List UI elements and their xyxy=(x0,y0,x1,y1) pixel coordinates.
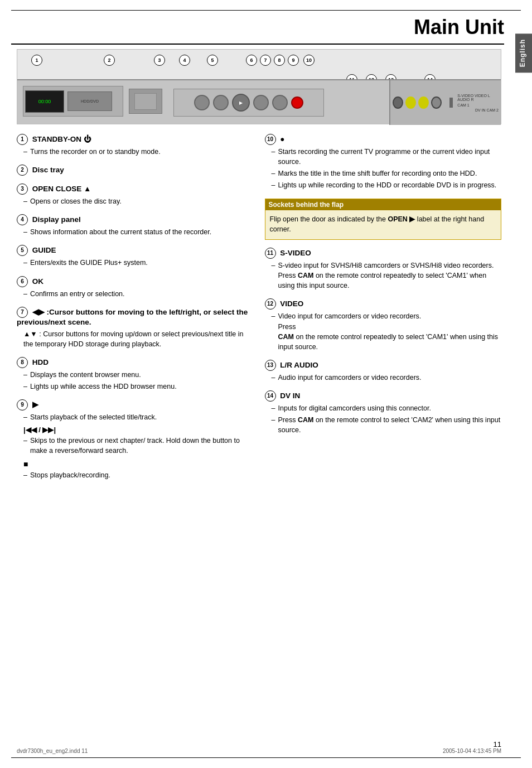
callout-5: 5 xyxy=(207,55,218,66)
bullet-item: Enters/exits the GUIDE Plus+ system. xyxy=(23,258,254,268)
bullets-lr-audio: Audio input for camcorders or video reco… xyxy=(265,373,502,383)
bullets-skip: Skips to the previous or next chapter/ t… xyxy=(17,436,254,456)
section-video: 12 VIDEO Video input for camcorders or v… xyxy=(265,298,502,352)
num-8: 8 xyxy=(17,357,28,368)
bullet-item: Starts playback of the selected title/tr… xyxy=(23,412,254,422)
num-5: 5 xyxy=(17,245,28,256)
num-6: 6 xyxy=(17,276,28,287)
bullet-item: Displays the content browser menu. xyxy=(23,370,254,380)
title-dv-in: DV IN xyxy=(280,392,300,400)
section-cursor: 7 ◀▶ :Cursor buttons for moving to the l… xyxy=(17,307,254,349)
section-disc-tray: 2 Disc tray xyxy=(17,165,254,176)
bullets-guide: Enters/exits the GUIDE Plus+ system. xyxy=(17,258,254,268)
callout-3: 3 xyxy=(154,55,165,66)
title-lr-audio: L/R AUDIO xyxy=(280,360,318,369)
bullets-dv-in: Inputs for digital camcorders using this… xyxy=(265,403,502,435)
main-content: 1 STANDBY-ON ⏻ Turns the recorder on or … xyxy=(17,134,501,488)
device-diagram: 1 2 3 4 5 6 7 8 9 10 11 12 13 14 00:00 xyxy=(17,49,501,124)
page-number: 11 xyxy=(494,740,501,748)
bullet-item: Turns the recorder on or to standby mode… xyxy=(23,147,254,157)
callout-7: 7 xyxy=(260,55,271,66)
section-play: 9 ▶ Starts playback of the selected titl… xyxy=(17,399,254,480)
num-7: 7 xyxy=(17,307,28,318)
bullets-standby: Turns the recorder on or to standby mode… xyxy=(17,147,254,157)
bullets-play: Starts playback of the selected title/tr… xyxy=(17,412,254,422)
callout-6: 6 xyxy=(246,55,257,66)
section-display-panel: 4 Display panel Shows information about … xyxy=(17,214,254,237)
top-border xyxy=(11,10,521,11)
bullet-item: S-video input for SVHS/Hi8 camcorders or… xyxy=(272,260,502,291)
section-hdd: 8 HDD Displays the content browser menu.… xyxy=(17,357,254,392)
section-open-close: 3 OPEN CLOSE ▲ Opens or closes the disc … xyxy=(17,183,254,206)
num-14: 14 xyxy=(265,390,276,402)
num-3: 3 xyxy=(17,183,28,195)
bullet-item: Inputs for digital camcorders using this… xyxy=(272,403,502,413)
bullets-s-video: S-video input for SVHS/Hi8 camcorders or… xyxy=(265,260,502,291)
sockets-section: Sockets behind the flap Flip open the do… xyxy=(265,199,502,240)
title-standby: STANDBY-ON xyxy=(32,135,81,143)
bullets-stop: Stops playback/recording. xyxy=(17,470,254,480)
callout-1: 1 xyxy=(31,55,42,66)
bullets-ok: Confirms an entry or selection. xyxy=(17,289,254,299)
num-12: 12 xyxy=(265,298,276,310)
title-cursor: ◀▶ :Cursor buttons for moving to the lef… xyxy=(17,307,248,326)
bullet-item: Starts recording the current TV programm… xyxy=(272,147,502,167)
section-record: 10 ● Starts recording the current TV pro… xyxy=(265,134,502,191)
cursor-extra-text: ▲▼ : Cursor buttons for moving up/down o… xyxy=(17,329,254,349)
title-play: ▶ xyxy=(32,400,38,409)
bottom-border xyxy=(11,757,521,758)
side-tab-english: English xyxy=(515,33,532,73)
left-column: 1 STANDBY-ON ⏻ Turns the recorder on or … xyxy=(17,134,254,488)
bullet-item: Lights up while recording to the HDD or … xyxy=(272,180,502,190)
title-guide: GUIDE xyxy=(32,246,56,254)
title-record: ● xyxy=(280,135,284,143)
section-guide: 5 GUIDE Enters/exits the GUIDE Plus+ sys… xyxy=(17,245,254,268)
title-video: VIDEO xyxy=(280,300,303,308)
bullet-item: Opens or closes the disc tray. xyxy=(23,196,254,206)
num-2: 2 xyxy=(17,165,28,176)
section-dv-in: 14 DV IN Inputs for digital camcorders u… xyxy=(265,390,502,435)
bullet-item: Skips to the previous or next chapter/ t… xyxy=(23,436,254,456)
footer-file: dvdr7300h_eu_eng2.indd 11 xyxy=(17,748,88,754)
page-title: Main Unit xyxy=(414,16,504,39)
bullet-item: Press CAM on the remote control to selec… xyxy=(272,415,502,435)
bullets-record: Starts recording the current TV programm… xyxy=(265,147,502,191)
title-s-video: S-VIDEO xyxy=(280,249,311,257)
callout-9: 9 xyxy=(288,55,299,66)
callout-8: 8 xyxy=(274,55,285,66)
section-ok: 6 OK Confirms an entry or selection. xyxy=(17,276,254,299)
num-10: 10 xyxy=(265,134,276,145)
callout-4: 4 xyxy=(179,55,190,66)
bullet-item: Lights up while access the HDD browser m… xyxy=(23,381,254,392)
bullet-item: Marks the title in the time shift buffer… xyxy=(272,168,502,178)
bullets-hdd: Displays the content browser menu. Light… xyxy=(17,370,254,392)
section-s-video: 11 S-VIDEO S-video input for SVHS/Hi8 ca… xyxy=(265,248,502,291)
open-label: OPEN ▶ xyxy=(388,215,415,223)
num-13: 13 xyxy=(265,360,276,371)
skip-title: |◀◀ / ▶▶| xyxy=(17,426,254,434)
right-column: 10 ● Starts recording the current TV pro… xyxy=(265,134,502,488)
sockets-intro: Flip open the door as indicated by the O… xyxy=(270,214,497,235)
num-9: 9 xyxy=(17,399,28,410)
sockets-header: Sockets behind the flap xyxy=(265,199,501,210)
callout-10: 10 xyxy=(303,55,315,66)
title-display-panel: Display panel xyxy=(32,215,81,224)
title-disc-tray: Disc tray xyxy=(32,166,64,174)
footer-date: 2005-10-04 4:13:45 PM xyxy=(443,748,501,754)
bullets-open-close: Opens or closes the disc tray. xyxy=(17,196,254,206)
bullet-item: Stops playback/recording. xyxy=(23,470,254,480)
bullets-video: Video input for camcorders or video reco… xyxy=(265,311,502,352)
bullet-item: Confirms an entry or selection. xyxy=(23,289,254,299)
title-ok: OK xyxy=(32,277,43,285)
section-lr-audio: 13 L/R AUDIO Audio input for camcorders … xyxy=(265,360,502,383)
bullet-item: Video input for camcorders or video reco… xyxy=(272,311,502,352)
device-body: 00:00 HDD/DVD ▶ S-VIDEO VID xyxy=(17,79,501,124)
title-divider xyxy=(11,44,504,45)
bullets-display-panel: Shows information about the current stat… xyxy=(17,227,254,237)
section-standby-on: 1 STANDBY-ON ⏻ Turns the recorder on or … xyxy=(17,134,254,157)
stop-title: ■ xyxy=(17,460,254,468)
title-open-close: OPEN CLOSE ▲ xyxy=(32,185,91,193)
num-11: 11 xyxy=(265,248,276,259)
callout-2: 2 xyxy=(104,55,115,66)
num-4: 4 xyxy=(17,214,28,225)
